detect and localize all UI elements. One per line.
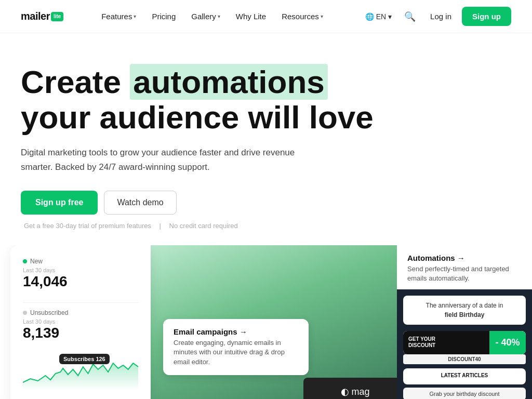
right-panel: Automations → Send perfectly-timed and t… xyxy=(397,245,532,399)
content-area: New Last 30 days 14,046 Unsubscribed Las… xyxy=(0,245,532,399)
middle-panel: Email campaigns → Create engaging, dynam… xyxy=(151,245,397,399)
hero-section: Create automations your audience will lo… xyxy=(0,33,532,230)
sparkline-chart: Subscribes 126 xyxy=(23,354,138,395)
nav-links: Features ▾ Pricing Gallery ▾ Why Lite Re… xyxy=(95,9,329,24)
birthday-field-label: field Birthday xyxy=(445,311,485,318)
logo-text: mailer xyxy=(21,10,50,22)
moon-icon: ◐ xyxy=(341,386,349,397)
nav-resources[interactable]: Resources ▾ xyxy=(275,9,329,24)
logo[interactable]: mailer lite xyxy=(21,10,63,22)
search-button[interactable]: 🔍 xyxy=(400,9,420,24)
email-campaign-desc: Create engaging, dynamic emails in minut… xyxy=(174,338,298,367)
nav-pricing[interactable]: Pricing xyxy=(145,9,182,24)
watch-demo-button[interactable]: Watch demo xyxy=(104,191,176,215)
hero-buttons: Sign up free Watch demo xyxy=(21,191,511,215)
navbar: mailer lite Features ▾ Pricing Gallery ▾… xyxy=(0,0,532,33)
signup-button[interactable]: Sign up xyxy=(462,7,511,26)
birthday-trigger: The anniversary of a date in field Birth… xyxy=(403,296,526,325)
automation-desc: Send perfectly-timed and targeted emails… xyxy=(407,264,522,283)
chevron-down-icon: ▾ xyxy=(321,14,323,19)
nav-right: 🌐 EN ▾ 🔍 Log in Sign up xyxy=(361,7,511,26)
discount-code: DISCOUNT40 xyxy=(403,354,526,364)
mag-preview: ◐ mag xyxy=(303,378,397,399)
hero-note: Get a free 30-day trial of premium featu… xyxy=(21,222,511,230)
nav-features[interactable]: Features ▾ xyxy=(95,9,142,24)
logo-badge: lite xyxy=(51,12,63,21)
chevron-down-icon: ▾ xyxy=(388,12,392,21)
globe-icon: 🌐 xyxy=(365,12,374,21)
automation-info: Automations → Send perfectly-timed and t… xyxy=(397,245,532,289)
hero-headline: Create automations your audience will lo… xyxy=(21,64,511,135)
latest-articles-title: LATEST ARTICLES xyxy=(409,373,520,378)
automation-title: Automations → xyxy=(407,254,522,262)
chart-tooltip: Subscribes 126 xyxy=(59,354,110,364)
automation-card-container: The anniversary of a date in field Birth… xyxy=(397,289,532,399)
language-selector[interactable]: 🌐 EN ▾ xyxy=(361,10,396,23)
grab-birthday: Grab your birthday discount xyxy=(403,388,526,399)
dashboard-panel: New Last 30 days 14,046 Unsubscribed Las… xyxy=(10,245,151,399)
discount-left: GET YOUR DISCOUNT xyxy=(403,331,489,354)
email-campaign-card: Email campaigns → Create engaging, dynam… xyxy=(163,319,309,375)
nav-why-lite[interactable]: Why Lite xyxy=(230,9,272,24)
hero-subtext: Digital marketing tools to grow your aud… xyxy=(21,145,312,174)
login-button[interactable]: Log in xyxy=(424,9,458,24)
unsubscribed-stat: Unsubscribed Last 30 days 8,139 xyxy=(23,309,138,341)
chevron-down-icon: ▾ xyxy=(134,14,136,19)
latest-articles-card: LATEST ARTICLES xyxy=(403,368,526,384)
gray-dot-icon xyxy=(23,311,27,315)
green-dot-icon xyxy=(23,259,27,263)
email-campaign-title: Email campaigns → xyxy=(174,327,298,336)
discount-headline: GET YOUR DISCOUNT xyxy=(408,336,484,349)
discount-percent: - 40% xyxy=(489,331,526,354)
highlight-word: automations xyxy=(130,64,328,100)
chevron-down-icon: ▾ xyxy=(218,14,220,19)
nav-gallery[interactable]: Gallery ▾ xyxy=(185,9,227,24)
new-subscribers-stat: New Last 30 days 14,046 xyxy=(23,258,138,290)
discount-card: GET YOUR DISCOUNT - 40% xyxy=(403,331,526,354)
signup-free-button[interactable]: Sign up free xyxy=(21,191,98,215)
mag-logo: ◐ mag xyxy=(341,386,369,397)
